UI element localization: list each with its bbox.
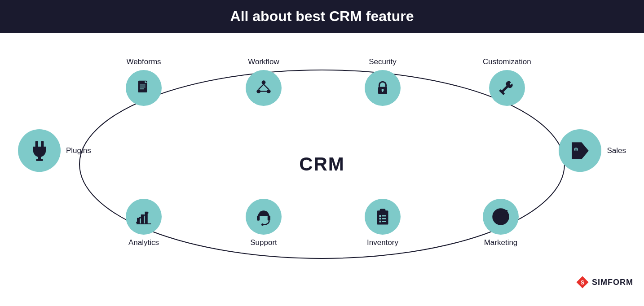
marketing-circle	[483, 199, 519, 235]
plugins-label: Plugins	[66, 146, 91, 155]
header: All about best CRM feature	[0, 0, 644, 33]
svg-point-27	[139, 217, 141, 219]
customization-label: Customization	[483, 57, 531, 66]
svg-rect-16	[35, 141, 38, 147]
inventory-icon	[374, 208, 392, 226]
svg-point-32	[261, 223, 264, 226]
feature-node-security: Security	[365, 57, 401, 106]
svg-rect-38	[379, 218, 381, 220]
page-title: All about best CRM feature	[230, 8, 414, 24]
svg-rect-19	[36, 159, 43, 161]
sales-label: Sales	[607, 146, 626, 155]
svg-rect-36	[379, 215, 381, 217]
svg-rect-17	[41, 141, 44, 147]
feature-node-support: Support	[246, 199, 282, 247]
svg-rect-35	[380, 209, 386, 213]
svg-rect-33	[377, 210, 388, 224]
marketing-label: Marketing	[484, 238, 518, 247]
inventory-circle	[365, 199, 401, 235]
analytics-label: Analytics	[128, 238, 159, 247]
simform-icon: S	[576, 275, 589, 289]
svg-point-44	[498, 214, 503, 219]
webforms-label: Webforms	[126, 57, 161, 66]
feature-node-marketing: Marketing	[483, 199, 519, 247]
svg-point-29	[147, 212, 149, 214]
simform-brand: SIMFORM	[592, 278, 633, 287]
feature-node-workflow: Workflow	[246, 57, 282, 106]
svg-rect-4	[140, 88, 144, 89]
sales-icon: $	[569, 140, 591, 162]
workflow-label: Workflow	[248, 57, 279, 66]
crm-center-label: CRM	[299, 153, 345, 175]
security-circle	[365, 70, 401, 106]
workflow-circle	[246, 70, 282, 106]
svg-point-28	[143, 215, 145, 217]
svg-rect-41	[382, 221, 386, 222]
svg-rect-30	[257, 216, 260, 221]
customization-icon	[498, 79, 516, 97]
analytics-circle	[126, 199, 162, 235]
svg-rect-39	[382, 218, 386, 219]
feature-node-sales: $ Sales	[559, 129, 626, 172]
sales-circle: $	[559, 129, 601, 172]
svg-rect-40	[379, 221, 381, 223]
feature-node-customization: Customization	[483, 57, 531, 106]
feature-node-webforms: Webforms	[126, 57, 162, 106]
plugins-icon	[28, 140, 51, 162]
security-label: Security	[369, 57, 396, 66]
simform-logo: S SIMFORM	[576, 275, 633, 289]
plugins-circle	[18, 129, 61, 172]
svg-text:$: $	[575, 148, 577, 152]
customization-circle	[489, 70, 525, 106]
svg-rect-37	[382, 215, 386, 217]
svg-line-10	[264, 84, 269, 89]
workflow-icon	[255, 79, 273, 97]
svg-rect-25	[137, 223, 151, 224]
svg-point-26	[136, 222, 138, 223]
support-icon	[255, 208, 273, 226]
svg-point-6	[262, 80, 266, 84]
feature-node-inventory: Inventory	[365, 199, 401, 247]
support-circle	[246, 199, 282, 235]
marketing-icon	[492, 208, 510, 226]
svg-text:S: S	[581, 280, 584, 286]
analytics-icon	[135, 208, 153, 226]
inventory-label: Inventory	[367, 238, 398, 247]
svg-rect-14	[382, 90, 384, 92]
security-icon	[374, 79, 392, 97]
webforms-circle	[126, 70, 162, 106]
svg-rect-18	[38, 155, 40, 160]
svg-rect-3	[140, 87, 146, 87]
support-label: Support	[250, 238, 277, 247]
feature-node-analytics: Analytics	[126, 199, 162, 247]
feature-node-plugins: Plugins	[18, 129, 91, 172]
svg-rect-31	[268, 216, 270, 221]
webforms-icon	[135, 79, 153, 97]
svg-rect-2	[140, 85, 146, 86]
main-content: CRM Webforms Workflow	[0, 33, 644, 295]
svg-line-9	[259, 84, 264, 89]
